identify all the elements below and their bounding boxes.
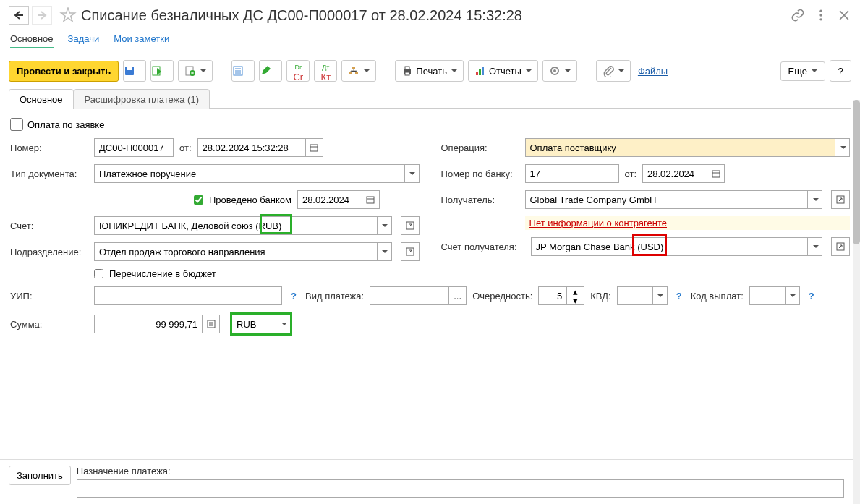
kebab-menu-icon[interactable] [814, 8, 828, 22]
svg-rect-13 [405, 67, 409, 69]
doctype-field[interactable] [94, 164, 405, 183]
more-label: Еще [788, 66, 807, 77]
no-counterparty-link[interactable]: Нет информации о контрагенте [525, 215, 672, 231]
recipient-account-dropdown[interactable] [808, 237, 822, 256]
currency-field[interactable] [232, 315, 276, 333]
kvd-dropdown[interactable] [653, 286, 668, 305]
calendar-button[interactable] [306, 138, 323, 157]
account-dropdown[interactable] [378, 216, 392, 235]
bankdate-field[interactable] [642, 164, 707, 183]
save-button[interactable] [123, 60, 146, 82]
banknum-label: Номер по банку: [441, 168, 519, 179]
doctype-label: Тип документа: [10, 168, 88, 179]
post-button[interactable] [150, 60, 174, 82]
banknum-field[interactable] [525, 164, 619, 183]
help-button[interactable]: ? [830, 60, 851, 82]
division-field[interactable] [94, 242, 378, 261]
print-button[interactable]: Печать [395, 60, 464, 82]
save-icon [124, 65, 135, 77]
close-icon[interactable] [837, 8, 851, 22]
page-title: Списание безналичных ДС ДС00-П000017 от … [81, 7, 791, 24]
post-icon [151, 65, 163, 77]
priority-field[interactable] [538, 286, 567, 305]
structure-button[interactable] [341, 60, 376, 82]
account-open-button[interactable] [401, 216, 420, 235]
link-icon[interactable] [791, 8, 805, 22]
paperclip-icon [603, 65, 614, 77]
drcr-button[interactable]: DrCr [286, 60, 310, 82]
nav-tab-main[interactable]: Основное [10, 33, 54, 48]
calendar-button-2[interactable] [362, 190, 380, 209]
reports-button[interactable]: Отчеты [468, 60, 538, 82]
doctype-dropdown[interactable] [405, 164, 420, 183]
processed-date-field[interactable] [297, 190, 362, 209]
payment-type-field[interactable] [370, 286, 449, 305]
calendar-button-3[interactable] [707, 164, 725, 183]
svg-rect-11 [355, 72, 358, 74]
fill-button[interactable]: Заполнить [9, 466, 71, 485]
svg-rect-15 [476, 72, 478, 75]
payout-code-field[interactable] [749, 286, 786, 305]
recipient-dropdown[interactable] [808, 190, 822, 209]
priority-down[interactable]: ▾ [567, 296, 584, 305]
printer-icon [401, 65, 413, 77]
help-payout[interactable]: ? [806, 291, 817, 302]
favorite-star-icon[interactable] [59, 7, 77, 24]
forward-button[interactable] [32, 6, 52, 25]
uip-field[interactable] [94, 286, 282, 305]
files-link[interactable]: Файлы [638, 66, 668, 77]
currency-dropdown[interactable] [276, 315, 290, 333]
chevron-down-icon [200, 69, 206, 72]
kvd-label: КВД: [590, 291, 610, 302]
payment-purpose-field[interactable] [77, 479, 844, 498]
create-from-button[interactable] [178, 60, 213, 82]
datetime-field[interactable] [197, 138, 306, 157]
attach-button[interactable] [596, 60, 631, 82]
payment-type-select-button[interactable]: ... [449, 286, 467, 305]
operation-dropdown[interactable] [835, 138, 850, 157]
svg-rect-14 [405, 72, 409, 75]
recipient-account-open-button[interactable] [831, 237, 850, 256]
scrollbar-thumb[interactable] [853, 100, 860, 244]
dtkt-button[interactable]: ДтКт [314, 60, 337, 82]
number-field[interactable] [94, 138, 174, 157]
svg-rect-10 [349, 72, 352, 74]
processed-checkbox[interactable] [194, 195, 203, 205]
chevron-down-icon [409, 172, 415, 175]
edit-button[interactable] [259, 60, 282, 82]
back-button[interactable] [9, 6, 29, 25]
help-uip[interactable]: ? [288, 291, 299, 302]
calculator-button[interactable] [203, 315, 220, 333]
calendar-icon [310, 143, 318, 152]
form-tab-breakdown[interactable]: Расшифровка платежа (1) [74, 89, 210, 109]
vertical-scrollbar[interactable] [853, 100, 860, 504]
recipient-field[interactable] [525, 190, 809, 209]
division-open-button[interactable] [401, 242, 420, 261]
chevron-down-icon [790, 294, 796, 297]
chevron-down-icon [281, 323, 287, 325]
payout-code-label: Код выплат: [691, 291, 744, 302]
document-list-button[interactable] [231, 60, 255, 82]
division-dropdown[interactable] [378, 242, 392, 261]
settings-button[interactable] [542, 60, 577, 82]
payout-code-dropdown[interactable] [786, 286, 800, 305]
recipient-open-button[interactable] [831, 190, 850, 209]
svg-point-0 [819, 10, 822, 12]
budget-transfer-checkbox[interactable] [94, 269, 103, 278]
help-kvd[interactable]: ? [673, 291, 685, 302]
print-label: Печать [416, 66, 447, 77]
form-tab-main[interactable]: Основное [9, 89, 74, 109]
nav-tab-tasks[interactable]: Задачи [68, 33, 100, 48]
chevron-down-icon [813, 198, 819, 201]
recipient-account-field[interactable] [531, 237, 809, 256]
pay-by-request-checkbox[interactable] [10, 118, 23, 131]
nav-tab-notes[interactable]: Мои заметки [114, 33, 169, 48]
kvd-field[interactable] [617, 286, 653, 305]
chevron-down-icon [812, 69, 817, 72]
operation-field[interactable] [525, 138, 836, 157]
more-button[interactable]: Еще [780, 61, 825, 81]
post-and-close-button[interactable]: Провести и закрыть [9, 61, 119, 82]
calendar-icon [366, 195, 375, 204]
account-field[interactable] [94, 216, 378, 235]
sum-field[interactable] [94, 315, 203, 333]
